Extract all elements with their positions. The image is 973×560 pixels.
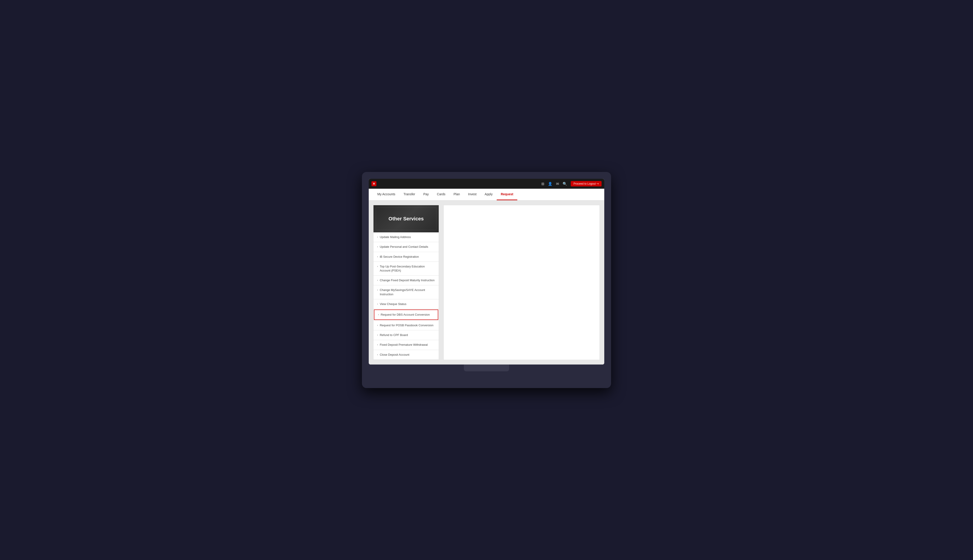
list-item: › Request for DBS Account Conversion xyxy=(373,310,439,321)
menu-change-fd-maturity[interactable]: › Change Fixed Deposit Maturity Instruct… xyxy=(373,276,439,285)
sidebar: Other Services › Update Mailing Address … xyxy=(373,205,439,360)
menu-change-mysavings[interactable]: › Change MySavings/SAYE Account Instruct… xyxy=(373,285,439,299)
menu-top-up-psea[interactable]: › Top Up Post-Secondary Education Accoun… xyxy=(373,262,439,275)
sidebar-menu: › Update Mailing Address › Update Person… xyxy=(373,232,439,360)
list-item: › Fixed Deposit Premature Withdrawal xyxy=(373,340,439,350)
list-item: › Change Fixed Deposit Maturity Instruct… xyxy=(373,276,439,285)
sidebar-title: Other Services xyxy=(388,216,423,222)
list-item: › Update Personal and Contact Details xyxy=(373,242,439,252)
top-icons: ⊞ 👤 ✉ 🔍 Proceed to Logout ↪ xyxy=(541,181,602,187)
menu-request-posb-passbook[interactable]: › Request for POSB Passbook Conversion xyxy=(373,321,439,330)
menu-update-personal[interactable]: › Update Personal and Contact Details xyxy=(373,242,439,252)
top-bar: ✕ ⊞ 👤 ✉ 🔍 Proceed to Logout ↪ xyxy=(369,179,604,189)
nav-apply[interactable]: Apply xyxy=(481,189,497,200)
list-item: › Request for POSB Passbook Conversion xyxy=(373,321,439,330)
menu-close-deposit-account[interactable]: › Close Deposit Account xyxy=(373,350,439,360)
close-button[interactable]: ✕ xyxy=(371,181,376,186)
sidebar-header: Other Services xyxy=(373,205,439,232)
nav-request[interactable]: Request xyxy=(497,189,517,200)
list-item: › Change MySavings/SAYE Account Instruct… xyxy=(373,285,439,299)
menu-view-cheque[interactable]: › View Cheque Status xyxy=(373,299,439,309)
nav-plan[interactable]: Plan xyxy=(449,189,464,200)
chevron-right-icon: › xyxy=(377,353,378,356)
menu-fd-premature-withdrawal[interactable]: › Fixed Deposit Premature Withdrawal xyxy=(373,340,439,350)
menu-update-mailing[interactable]: › Update Mailing Address xyxy=(373,232,439,242)
chevron-right-icon: › xyxy=(377,343,378,346)
nav-pay[interactable]: Pay xyxy=(419,189,433,200)
menu-refund-cpf[interactable]: › Refund to CPF Board xyxy=(373,330,439,340)
nav-cards[interactable]: Cards xyxy=(433,189,449,200)
chevron-right-icon: › xyxy=(377,245,378,248)
chevron-right-icon: › xyxy=(377,255,378,258)
nav-my-accounts[interactable]: My Accounts xyxy=(373,189,399,200)
chevron-right-icon: › xyxy=(377,235,378,238)
chevron-right-icon: › xyxy=(377,333,378,336)
menu-request-dbs-conversion[interactable]: › Request for DBS Account Conversion xyxy=(374,310,438,320)
chevron-right-icon: › xyxy=(378,313,379,316)
menu-ib-secure[interactable]: › iB Secure Device Registration xyxy=(373,252,439,262)
list-item: › Top Up Post-Secondary Education Accoun… xyxy=(373,262,439,276)
list-item: › Update Mailing Address xyxy=(373,232,439,242)
chevron-right-icon: › xyxy=(377,288,378,291)
logout-icon: ↪ xyxy=(597,182,599,185)
main-content: Other Services › Update Mailing Address … xyxy=(369,200,604,365)
chevron-right-icon: › xyxy=(377,279,378,282)
right-content xyxy=(443,205,600,360)
list-item: › Refund to CPF Board xyxy=(373,330,439,340)
search-icon[interactable]: 🔍 xyxy=(563,182,567,186)
chevron-right-icon: › xyxy=(377,303,378,305)
chevron-right-icon: › xyxy=(377,265,378,268)
logout-button[interactable]: Proceed to Logout ↪ xyxy=(571,181,602,187)
chevron-right-icon: › xyxy=(377,324,378,327)
nav-bar: My Accounts Transfer Pay Cards Plan Inve… xyxy=(369,189,604,200)
user-icon[interactable]: 👤 xyxy=(548,182,552,186)
list-item: › Close Deposit Account xyxy=(373,350,439,360)
grid-icon[interactable]: ⊞ xyxy=(541,182,544,186)
nav-transfer[interactable]: Transfer xyxy=(399,189,419,200)
mail-icon[interactable]: ✉ xyxy=(556,182,559,186)
list-item: › iB Secure Device Registration xyxy=(373,252,439,262)
list-item: › View Cheque Status xyxy=(373,299,439,309)
nav-invest[interactable]: Invest xyxy=(464,189,481,200)
